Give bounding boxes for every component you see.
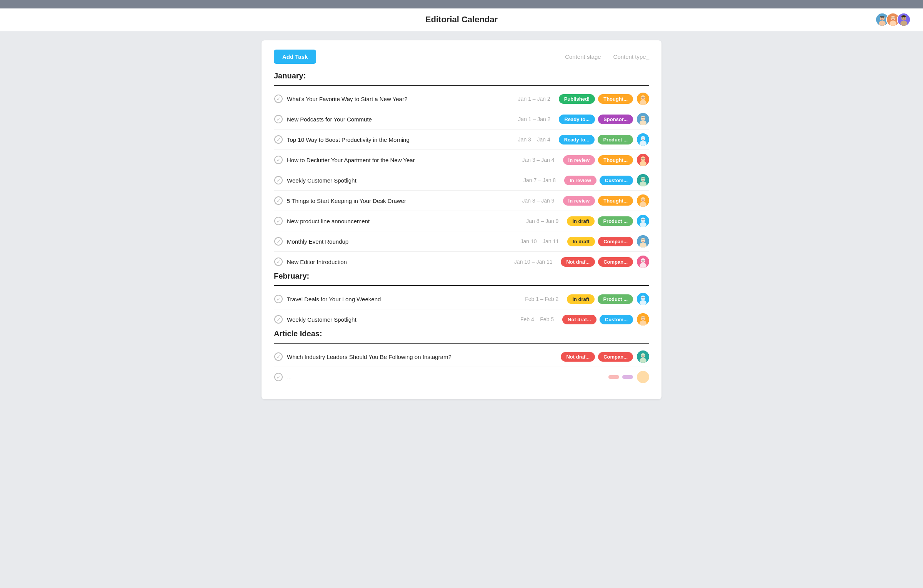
avatar-3[interactable] [897, 13, 911, 27]
status-badge[interactable]: In draft [567, 237, 595, 246]
type-badge[interactable]: Compan... [598, 352, 633, 362]
task-checkbox[interactable]: ✓ [274, 237, 283, 246]
task-dates: Feb 4 – Feb 5 [504, 316, 554, 322]
svg-point-47 [641, 218, 645, 222]
svg-point-65 [643, 297, 644, 298]
status-badge[interactable]: Ready to... [559, 135, 595, 145]
type-badge[interactable]: Thought... [598, 155, 633, 165]
task-badges: Not draf... Compan... [561, 257, 633, 267]
avatar [637, 93, 649, 105]
task-badges: In review Custom... [564, 176, 633, 185]
table-row[interactable]: ✓ New Editor Introduction Jan 10 – Jan 1… [274, 252, 649, 272]
add-task-button[interactable]: Add Task [274, 50, 316, 64]
task-checkbox[interactable]: ✓ [274, 115, 283, 124]
table-row[interactable]: ✓ Which Industry Leaders Should You Be F… [274, 347, 649, 367]
svg-point-50 [643, 219, 644, 220]
type-badge[interactable]: Sponsor... [598, 115, 633, 124]
table-row[interactable]: ✓ Weekly Customer Spotlight Jan 7 – Jan … [274, 170, 649, 191]
table-row[interactable]: ✓ Travel Deals for Your Long Weekend Feb… [274, 289, 649, 309]
task-checkbox[interactable]: ✓ [274, 257, 283, 266]
type-badge[interactable]: Product ... [598, 135, 633, 145]
svg-rect-5 [880, 16, 885, 17]
status-badge[interactable]: Not draf... [562, 315, 596, 324]
svg-point-20 [643, 97, 644, 98]
svg-point-49 [641, 219, 642, 220]
table-row[interactable]: ✓ Top 10 Way to Boost Productivity in th… [274, 130, 649, 150]
task-title: Travel Deals for Your Long Weekend [287, 296, 505, 302]
status-badge[interactable]: In review [563, 196, 595, 206]
task-checkbox[interactable]: ✓ [274, 94, 283, 103]
svg-point-35 [643, 158, 644, 159]
section-title-january: January: [274, 71, 649, 83]
task-checkbox[interactable]: ✓ [274, 176, 283, 185]
table-row[interactable]: ✓ Weekly Customer Spotlight Feb 4 – Feb … [274, 309, 649, 329]
type-badge[interactable]: Custom... [600, 315, 633, 324]
svg-point-44 [641, 199, 642, 199]
content-stage-filter[interactable]: Content stage [565, 53, 601, 60]
type-badge[interactable]: Thought... [598, 196, 633, 206]
svg-point-69 [641, 317, 642, 318]
task-dates: Jan 8 – Jan 9 [505, 198, 555, 204]
type-badge[interactable]: Compan... [598, 257, 633, 267]
avatar [637, 154, 649, 166]
type-badge[interactable]: Custom... [600, 176, 633, 185]
main-content: Add Task Content stage Content type_ Jan… [262, 40, 661, 399]
page-title: Editorial Calendar [425, 15, 498, 25]
status-badge[interactable]: In draft [567, 216, 595, 226]
avatar [637, 215, 649, 227]
type-badge[interactable]: Product ... [598, 294, 633, 304]
svg-point-8 [890, 21, 896, 26]
avatar [637, 174, 649, 186]
table-row[interactable]: ✓ How to Declutter Your Apartment for th… [274, 150, 649, 170]
task-title: New Editor Introduction [287, 259, 498, 265]
task-badges: In draft Compan... [567, 237, 633, 246]
table-row[interactable]: ✓ New Podcasts for Your Commute Jan 1 – … [274, 109, 649, 130]
svg-point-29 [641, 138, 642, 138]
status-badge[interactable]: Ready to... [559, 115, 595, 124]
task-checkbox[interactable]: ✓ [274, 216, 283, 226]
table-row[interactable]: ✓ Monthly Event Roundup Jan 10 – Jan 11 … [274, 231, 649, 252]
task-checkbox[interactable]: ✓ [274, 352, 283, 361]
table-row[interactable]: ✓ ... [274, 367, 649, 387]
table-row[interactable]: ✓ 5 Things to Start Keeping in Your Desk… [274, 191, 649, 211]
task-dates: Jan 1 – Jan 2 [500, 116, 550, 122]
status-badge[interactable]: In review [563, 155, 595, 165]
type-badge[interactable]: Compan... [598, 237, 633, 246]
status-badge[interactable]: Not draf... [561, 257, 595, 267]
status-badge[interactable]: In draft [567, 294, 595, 304]
table-row[interactable]: ✓ What's Your Favorite Way to Start a Ne… [274, 89, 649, 109]
svg-point-34 [641, 158, 642, 159]
svg-point-27 [641, 136, 645, 141]
svg-point-57 [641, 258, 645, 263]
task-checkbox[interactable]: ✓ [274, 315, 283, 324]
svg-point-62 [641, 296, 645, 300]
task-checkbox[interactable]: ✓ [274, 196, 283, 205]
type-badge[interactable]: Product ... [598, 216, 633, 226]
task-checkbox[interactable]: ✓ [274, 294, 283, 304]
section-february: February: ✓ Travel Deals for Your Long W… [274, 272, 649, 329]
avatar [637, 371, 649, 383]
table-row[interactable]: ✓ New product line announcement Jan 8 – … [274, 211, 649, 231]
svg-point-24 [641, 117, 642, 118]
task-title: ... [287, 374, 546, 380]
avatar [637, 235, 649, 247]
type-badge[interactable]: Thought... [598, 94, 633, 104]
status-badge[interactable]: In review [564, 176, 596, 185]
task-dates: Jan 3 – Jan 4 [500, 136, 550, 143]
task-checkbox[interactable]: ✓ [274, 155, 283, 164]
content-type-filter[interactable]: Content type_ [613, 53, 649, 60]
task-checkbox[interactable]: ✓ [274, 135, 283, 144]
top-bar [0, 0, 923, 8]
task-badges: Not draf... Custom... [562, 315, 633, 324]
task-checkbox[interactable]: ✓ [274, 372, 283, 382]
status-badge[interactable]: Not draf... [561, 352, 595, 362]
task-badges: In review Thought... [563, 155, 633, 165]
svg-point-7 [891, 16, 895, 20]
avatar [637, 256, 649, 268]
type-badge [622, 375, 633, 379]
task-title: Top 10 Way to Boost Productivity in the … [287, 136, 496, 143]
task-dates: Jan 1 – Jan 2 [500, 96, 550, 102]
toolbar: Add Task Content stage Content type_ [274, 50, 649, 64]
status-badge[interactable]: Published! [559, 94, 595, 104]
svg-point-22 [641, 116, 645, 120]
